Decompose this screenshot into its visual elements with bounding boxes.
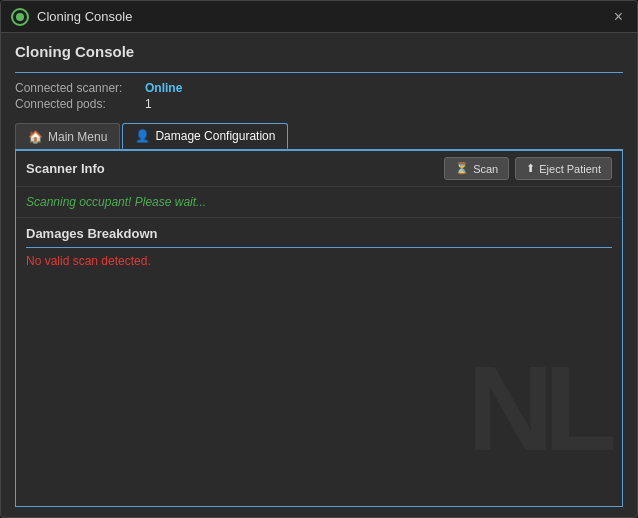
tab-bar: 🏠 Main Menu 👤 Damage Configuration (15, 123, 623, 149)
title-divider (15, 72, 623, 73)
pods-info-row: Connected pods: 1 (15, 97, 623, 111)
scanning-message: Scanning occupant! Please wait... (16, 187, 622, 217)
app-icon (11, 8, 29, 26)
connected-scanner-value: Online (145, 81, 182, 95)
connected-pods-label: Connected pods: (15, 97, 145, 111)
svg-point-1 (16, 13, 24, 21)
tab-damage-configuration-label: Damage Configuration (155, 129, 275, 143)
tab-main-menu[interactable]: 🏠 Main Menu (15, 123, 120, 149)
tab-main-menu-label: Main Menu (48, 130, 107, 144)
close-button[interactable]: × (610, 7, 627, 27)
damages-title: Damages Breakdown (26, 226, 612, 241)
panel-buttons: ⏳ Scan ⬆ Eject Patient (444, 157, 612, 180)
eject-button-label: Eject Patient (539, 163, 601, 175)
home-icon: 🏠 (28, 130, 43, 144)
eject-patient-button[interactable]: ⬆ Eject Patient (515, 157, 612, 180)
damages-divider (26, 247, 612, 248)
scanner-info-row: Connected scanner: Online (15, 81, 623, 95)
user-icon: 👤 (135, 129, 150, 143)
connected-scanner-label: Connected scanner: (15, 81, 145, 95)
scan-button-label: Scan (473, 163, 498, 175)
connected-pods-value: 1 (145, 97, 152, 111)
scanner-panel: Scanner Info ⏳ Scan ⬆ Eject Patient Scan… (15, 149, 623, 507)
damages-section: Damages Breakdown No valid scan detected… (16, 217, 622, 276)
cloning-console-window: Cloning Console × Cloning Console Connec… (0, 0, 638, 518)
window-title: Cloning Console (37, 9, 610, 24)
title-bar: Cloning Console × (1, 1, 637, 33)
page-title: Cloning Console (15, 43, 623, 60)
main-content: Cloning Console Connected scanner: Onlin… (1, 33, 637, 517)
tab-damage-configuration[interactable]: 👤 Damage Configuration (122, 123, 288, 149)
eject-icon: ⬆ (526, 162, 535, 175)
panel-header: Scanner Info ⏳ Scan ⬆ Eject Patient (16, 151, 622, 187)
scan-icon: ⏳ (455, 162, 469, 175)
no-scan-message: No valid scan detected. (26, 254, 612, 268)
panel-title: Scanner Info (26, 161, 105, 176)
scan-button[interactable]: ⏳ Scan (444, 157, 509, 180)
